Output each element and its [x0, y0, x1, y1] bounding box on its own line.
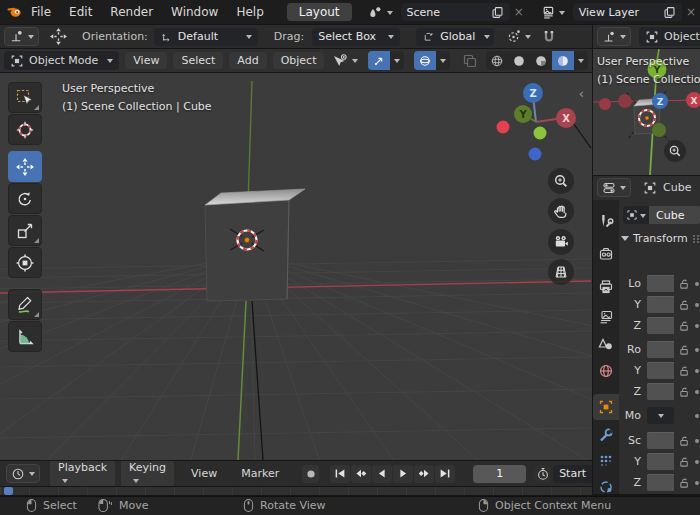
- view-layer-selector[interactable]: View Layer: [573, 3, 682, 21]
- animate-dot[interactable]: [695, 369, 699, 373]
- rotation-z-field[interactable]: [647, 383, 674, 400]
- viewport-3d[interactable]: Y Z X User Perspective (1) Scene Collect…: [0, 73, 592, 460]
- prev-keyframe-button[interactable]: [351, 465, 371, 483]
- overlays-dropdown[interactable]: [436, 51, 450, 70]
- lock-rotation-z[interactable]: [679, 386, 690, 398]
- remove-view-layer-icon[interactable]: ×: [682, 5, 700, 19]
- sidebar-collapse-arrow[interactable]: ‹: [579, 86, 584, 101]
- tab-modifiers[interactable]: [593, 422, 619, 448]
- panel-drag-dots-icon[interactable]: [692, 234, 700, 244]
- tool-cursor[interactable]: [8, 114, 42, 145]
- right-mode-dropdown[interactable]: Object Mode: [639, 27, 700, 46]
- tab-layout[interactable]: Layout: [287, 3, 352, 21]
- menu-timeline-view[interactable]: View: [182, 465, 226, 482]
- rotation-x-field[interactable]: [647, 341, 674, 358]
- new-scene-icon[interactable]: [491, 6, 504, 19]
- tab-output[interactable]: [593, 274, 619, 300]
- gizmo-minus-x-ball[interactable]: [497, 121, 510, 134]
- active-tool-button[interactable]: [4, 27, 39, 46]
- lock-location-x[interactable]: [679, 278, 690, 290]
- menu-file[interactable]: File: [22, 3, 60, 21]
- scale-y-field[interactable]: [647, 453, 674, 470]
- menu-object[interactable]: Object: [273, 52, 325, 69]
- animate-dot[interactable]: [695, 324, 699, 328]
- shading-material-button[interactable]: [530, 51, 552, 70]
- location-x-field[interactable]: [647, 275, 674, 292]
- tool-select-box[interactable]: [8, 82, 42, 113]
- orthographic-toggle-button[interactable]: [548, 259, 574, 285]
- show-overlays-toggle[interactable]: [414, 51, 436, 70]
- right-zoom-button[interactable]: [664, 140, 686, 162]
- editor-type-button[interactable]: [597, 178, 631, 197]
- drag-dropdown[interactable]: Select Box: [312, 28, 400, 46]
- unlink-scene-icon[interactable]: ×: [510, 5, 528, 19]
- tab-scene[interactable]: [593, 331, 619, 357]
- tab-tool[interactable]: [593, 208, 619, 234]
- camera-view-button[interactable]: [548, 229, 574, 255]
- tab-world[interactable]: [593, 358, 619, 384]
- menu-window[interactable]: Window: [162, 3, 227, 21]
- blender-logo-icon[interactable]: [6, 4, 22, 20]
- play-reverse-button[interactable]: [372, 465, 392, 483]
- animate-dot[interactable]: [695, 439, 699, 443]
- shading-wireframe-button[interactable]: [486, 51, 508, 70]
- scene-selector[interactable]: Scene: [401, 3, 510, 21]
- lock-scale-z[interactable]: [679, 477, 690, 489]
- gizmos-dropdown[interactable]: [390, 51, 404, 70]
- navigation-gizmo[interactable]: Y Z X: [497, 83, 577, 161]
- menu-view[interactable]: View: [125, 52, 167, 69]
- animate-dot[interactable]: [695, 414, 699, 418]
- location-z-field[interactable]: [647, 317, 674, 334]
- pivot-point-dropdown[interactable]: [502, 28, 535, 46]
- menu-add[interactable]: Add: [229, 52, 266, 69]
- rotation-y-field[interactable]: [647, 362, 674, 379]
- tool-annotate[interactable]: [8, 289, 42, 320]
- view-layer-browse-button[interactable]: [536, 3, 569, 21]
- lock-location-y[interactable]: [679, 299, 690, 311]
- animate-dot[interactable]: [695, 460, 699, 464]
- animate-dot[interactable]: [695, 481, 699, 485]
- tool-rotate[interactable]: [8, 183, 42, 214]
- scene-browse-button[interactable]: [364, 3, 397, 21]
- right-active-tool-button[interactable]: [597, 27, 631, 46]
- object-name-field[interactable]: Cube: [649, 206, 700, 224]
- preview-range-toggle[interactable]: [534, 465, 551, 483]
- shading-solid-button[interactable]: [508, 51, 530, 70]
- auto-keying-record-button[interactable]: [302, 465, 319, 483]
- pan-button[interactable]: [548, 198, 574, 224]
- snap-toggle[interactable]: [541, 29, 557, 45]
- tab-particles[interactable]: [593, 448, 619, 474]
- animate-dot[interactable]: [695, 303, 699, 307]
- tab-view-layer[interactable]: [593, 304, 619, 330]
- gizmo-minus-z-ball[interactable]: [529, 148, 542, 161]
- location-y-field[interactable]: [647, 296, 674, 313]
- lock-location-z[interactable]: [679, 320, 690, 332]
- zoom-button[interactable]: [548, 168, 574, 194]
- frame-start-field[interactable]: Start: [553, 465, 592, 483]
- tool-transform[interactable]: [8, 247, 42, 278]
- menu-marker[interactable]: Marker: [232, 465, 288, 482]
- animate-dot[interactable]: [695, 390, 699, 394]
- viewport-canvas[interactable]: Y Z X: [0, 73, 592, 460]
- object-visibility-dropdown[interactable]: [328, 52, 362, 70]
- new-view-layer-icon[interactable]: [663, 6, 676, 19]
- orientation-dropdown[interactable]: Default: [154, 28, 258, 46]
- animate-dot[interactable]: [695, 348, 699, 352]
- current-frame-field[interactable]: 1: [473, 465, 526, 483]
- scale-z-field[interactable]: [647, 474, 674, 491]
- right-viewport-3d[interactable]: Y Z X User Perspective (1) Scene Collect…: [593, 49, 700, 175]
- lock-rotation-x[interactable]: [679, 344, 690, 356]
- tab-object[interactable]: [593, 394, 619, 420]
- lock-scale-y[interactable]: [679, 456, 690, 468]
- shading-dropdown[interactable]: [574, 51, 588, 70]
- tool-scale[interactable]: [8, 215, 42, 246]
- menu-help[interactable]: Help: [227, 3, 272, 21]
- jump-to-end-button[interactable]: [435, 465, 455, 483]
- next-keyframe-button[interactable]: [414, 465, 434, 483]
- jump-to-start-button[interactable]: [330, 465, 350, 483]
- shading-rendered-button[interactable]: [552, 51, 574, 70]
- lock-scale-x[interactable]: [679, 435, 690, 447]
- scale-x-field[interactable]: [647, 432, 674, 449]
- menu-select[interactable]: Select: [173, 52, 223, 69]
- xray-toggle[interactable]: [462, 53, 478, 69]
